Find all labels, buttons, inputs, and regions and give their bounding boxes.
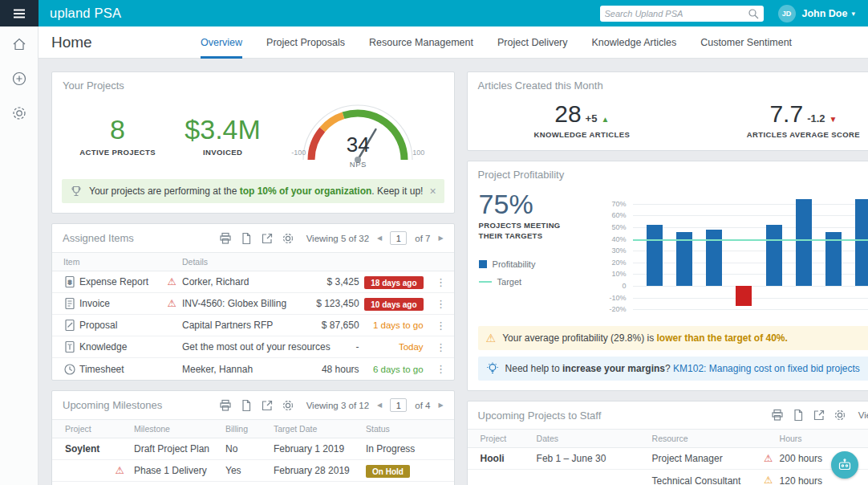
status-badge: On Hold <box>366 465 410 478</box>
your-projects-card: Your Projects 8 ACTIVE PROJECTS $3.4M IN… <box>51 71 455 214</box>
close-icon[interactable]: × <box>429 185 436 197</box>
gear-icon[interactable] <box>282 232 294 245</box>
item-details: Get the most out of your resources <box>182 341 295 353</box>
tab-customer-sentiment[interactable]: Customer Sentiment <box>700 26 792 59</box>
invoiced-value: $3.4M <box>185 115 261 145</box>
trophy-icon <box>70 185 83 198</box>
kebab-menu-icon[interactable]: ⋮ <box>428 341 454 353</box>
target-date: February 1 2019 <box>274 443 366 454</box>
search-input[interactable] <box>605 9 748 18</box>
next-page-icon[interactable]: ▶ <box>438 401 443 409</box>
table-row: ⚠ Phase 1 Delivery Yes February 28 2019 … <box>52 460 454 482</box>
profitability-swatch <box>479 260 487 268</box>
legend-target: Target <box>497 277 522 287</box>
print-icon[interactable] <box>771 409 784 422</box>
item-amount: $ 123,450 <box>295 298 359 309</box>
knowledge-articles-value: 28 <box>554 100 581 127</box>
card-title: Upcoming Projects to Staff <box>478 410 602 422</box>
tip-text: Need help to <box>505 363 562 374</box>
col-details: Details <box>182 253 454 271</box>
kebab-menu-icon[interactable]: ⋮ <box>428 298 454 310</box>
card-title: Articles Created this Month <box>478 79 603 92</box>
card-title: Upcoming Milestones <box>63 399 162 411</box>
search-icon[interactable] <box>748 8 759 19</box>
export-icon[interactable] <box>261 232 274 245</box>
export-icon[interactable] <box>813 409 825 422</box>
page-input[interactable] <box>390 398 407 412</box>
report-icon[interactable] <box>240 232 253 245</box>
active-projects-stat: 8 ACTIVE PROJECTS <box>79 115 156 156</box>
global-search[interactable] <box>600 6 764 22</box>
item-details: INV-4560: Globex Billing <box>182 298 295 309</box>
tab-project-delivery[interactable]: Project Delivery <box>497 26 568 59</box>
gear-icon[interactable] <box>834 409 846 422</box>
home-icon[interactable] <box>11 36 27 52</box>
kebab-menu-icon[interactable]: ⋮ <box>428 276 454 288</box>
due-text: Today <box>399 342 424 352</box>
table-row: Soylent ⚠ Draft Project Plan No February… <box>52 438 454 460</box>
proposal-icon <box>63 319 79 332</box>
upcoming-projects-to-staff-card: Upcoming Projects to Staff Viewing 2 of … <box>467 401 868 485</box>
milestone-name: Phase 1 Delivery <box>134 465 225 476</box>
col-project: Project <box>65 420 105 438</box>
table-row: Invoice ⚠ INV-4560: Globex Billing $ 123… <box>52 293 454 315</box>
margin-tip-banner: Need help to increase your margins? KM10… <box>478 357 868 381</box>
item-name: Invoice <box>79 298 161 309</box>
articles-card: Articles Created this Month 28 +5 ▲ KNOW… <box>467 71 868 151</box>
trend-up-icon: ▲ <box>601 115 609 124</box>
billing-value: Yes <box>225 465 274 476</box>
item-name: Knowledge <box>79 341 161 353</box>
prev-page-icon[interactable]: ◀ <box>377 234 382 242</box>
invoiced-label: INVOICED <box>185 148 261 157</box>
tab-overview[interactable]: Overview <box>201 26 242 59</box>
nps-value: 34 <box>290 132 426 157</box>
item-name: Expense Report <box>79 276 161 287</box>
item-details: Corker, Richard <box>182 276 295 287</box>
knowledge-icon <box>63 340 79 353</box>
table-header: Project Milestone Billing Target Date St… <box>52 419 454 438</box>
col-target-date: Target Date <box>274 420 366 438</box>
project-name: Soylent <box>65 443 105 454</box>
tab-resource-management[interactable]: Resource Management <box>369 26 473 59</box>
due-text: 6 days to go <box>373 365 424 374</box>
tab-knowledge-articles[interactable]: Knowledge Articles <box>592 26 677 59</box>
page-input[interactable] <box>390 231 407 245</box>
profitability-warning-banner: ⚠ Your average profitability (29.8%) is … <box>478 326 868 350</box>
prev-page-icon[interactable]: ◀ <box>377 401 382 409</box>
next-page-icon[interactable]: ▶ <box>438 234 443 242</box>
kebab-menu-icon[interactable]: ⋮ <box>428 320 454 332</box>
nps-gauge: 34 -100 100 NPS <box>290 99 426 173</box>
nps-min-label: -100 <box>291 149 306 157</box>
add-icon[interactable] <box>11 71 27 87</box>
status-badge: In Progress <box>366 443 415 454</box>
user-menu[interactable]: John Doe ▾ <box>802 8 855 19</box>
articles-score-label: ARTICLES AVERAGE SCORE <box>747 130 860 139</box>
articles-score-stat: 7.7 -1.2 ▼ ARTICLES AVERAGE SCORE <box>747 100 860 139</box>
chat-fab-button[interactable] <box>831 451 858 479</box>
report-icon[interactable] <box>792 409 805 422</box>
km-article-link[interactable]: KM102: Managing cost on fixed bid projec… <box>673 363 860 374</box>
avatar[interactable]: JD <box>778 5 796 22</box>
target-swatch <box>479 281 492 283</box>
col-milestone: Milestone <box>134 420 225 438</box>
settings-rail-icon[interactable] <box>11 105 27 121</box>
left-rail <box>0 26 39 485</box>
resource-hours: 120 hours <box>780 475 868 485</box>
tab-project-proposals[interactable]: Project Proposals <box>266 26 345 59</box>
hamburger-menu-button[interactable] <box>0 0 39 26</box>
app-header: upland PSA JD John Doe ▾ <box>0 0 868 26</box>
app-logo: upland PSA <box>50 6 121 21</box>
project-dates: Feb 1 – June 30 <box>537 453 652 464</box>
gear-icon[interactable] <box>282 399 294 412</box>
item-name: Proposal <box>79 320 161 331</box>
print-icon[interactable] <box>219 399 232 412</box>
knowledge-articles-stat: 28 +5 ▲ KNOWLEDGE ARTICLES <box>533 100 630 139</box>
card-title: Assigned Items <box>63 232 134 244</box>
table-row: Hooli Feb 1 – June 30 Project Manager ⚠ … <box>468 448 868 470</box>
warning-icon: ⚠ <box>161 299 182 309</box>
print-icon[interactable] <box>219 232 232 245</box>
due-text: 1 days to go <box>373 320 424 330</box>
kebab-menu-icon[interactable]: ⋮ <box>428 363 454 375</box>
report-icon[interactable] <box>240 399 253 412</box>
export-icon[interactable] <box>261 399 274 412</box>
